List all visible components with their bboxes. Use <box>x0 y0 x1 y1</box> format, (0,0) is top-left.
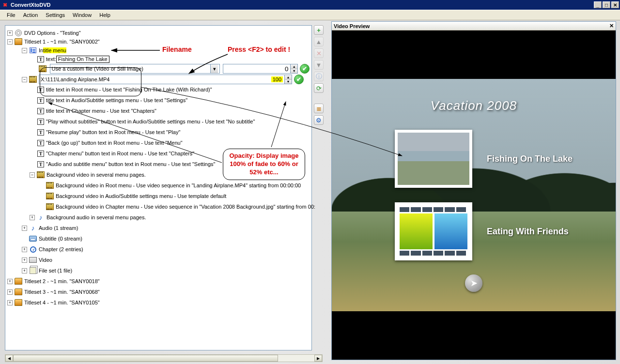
tree-text-line[interactable]: Ttitle text in Chapter menu - Use text "… <box>7 106 310 115</box>
node-titleset-4[interactable]: + Titleset 4 - ~1 min. "SANY0105" <box>7 298 310 307</box>
file-path-field[interactable]: X:\111\Landing Airplane.MP4 100 <box>39 75 285 84</box>
info-button[interactable]: ⓘ <box>314 72 324 81</box>
dvd-icon <box>15 29 22 37</box>
expand-icon[interactable]: + <box>22 268 27 273</box>
opacity-value: 100 <box>271 76 283 82</box>
collapse-icon[interactable]: − <box>22 77 27 82</box>
text-icon: T <box>37 108 44 114</box>
expand-icon[interactable]: + <box>22 226 27 231</box>
expand-icon[interactable]: + <box>7 279 13 284</box>
tree-bg-line[interactable]: Background video in Root menu - Use vide… <box>7 181 310 190</box>
menu-item-2-label: Eating With Friends <box>487 227 569 237</box>
opacity-spinner[interactable]: ▲▼ <box>285 75 292 84</box>
horizontal-scrollbar[interactable]: ◀ ▶ <box>5 354 323 362</box>
preview-body: Vacation 2008 Fishing On The Lake Eating… <box>332 30 616 360</box>
node-subtitle[interactable]: Subtitle (0 stream) <box>7 234 310 243</box>
background-source-row: Use a custom file (Video or Still image)… <box>7 64 310 74</box>
minimize-button[interactable]: _ <box>594 1 602 8</box>
organize-button[interactable]: ≣ <box>314 104 324 113</box>
titleset-icon <box>15 288 22 296</box>
tree-bg-line[interactable]: Background video in Audio/Subtitle setti… <box>7 192 310 200</box>
files-icon <box>29 267 37 274</box>
menu-window[interactable]: Window <box>69 11 95 19</box>
node-in-title-menu[interactable]: − In title menu <box>7 46 310 55</box>
subtitle-icon <box>29 235 37 243</box>
file-path-value: X:\111\Landing Airplane.MP4 <box>41 76 271 82</box>
node-titleset-2[interactable]: + Titleset 2 - ~1 min. "SANY0018" <box>7 277 310 286</box>
close-icon[interactable]: ✕ <box>609 23 614 29</box>
film-icon <box>46 182 54 189</box>
menu-thumbnail-2[interactable] <box>395 202 472 260</box>
expand-icon[interactable]: + <box>7 30 13 36</box>
expand-icon[interactable]: + <box>22 247 27 252</box>
move-up-button[interactable]: ▲ <box>314 37 324 46</box>
tree-text-line[interactable]: T"Back (go up)" button text in Root menu… <box>7 138 310 147</box>
preview-panel: Video Preview ✕ Vacation 2008 Fishing On… <box>331 21 616 360</box>
scroll-left-button[interactable]: ◀ <box>5 355 13 362</box>
confirm-button[interactable]: ✔ <box>294 75 304 84</box>
node-text-field[interactable]: T text: Fishing On The Lake <box>7 55 310 63</box>
node-video[interactable]: + Video <box>7 256 310 264</box>
preview-header: Video Preview ✕ <box>332 22 616 30</box>
scroll-right-button[interactable]: ▶ <box>314 355 322 362</box>
node-titleset-3[interactable]: + Titleset 3 - ~1 min. "SANY0068" <box>7 288 310 296</box>
title-text-input[interactable]: Fishing On The Lake <box>56 56 109 63</box>
tree-text-line[interactable]: T"Resume play" button text in Root menu … <box>7 128 310 136</box>
collapse-icon[interactable]: − <box>7 39 13 45</box>
menu-action[interactable]: Action <box>19 11 42 19</box>
side-toolbar: + ▲ ✕ ▼ ⓘ ⟳ ≣ ⚙ <box>314 25 325 127</box>
text-icon: T <box>37 87 44 93</box>
chevron-down-icon[interactable]: ▾ <box>210 64 218 73</box>
text-icon: T <box>37 97 44 104</box>
music-note-icon: ♪ <box>37 213 45 221</box>
node-chapter[interactable]: + Chapter (2 entries) <box>7 245 310 254</box>
tree-bg-line[interactable]: Background video in Chapter menu - Use v… <box>7 202 310 211</box>
menu-thumbnail-1[interactable] <box>395 130 472 188</box>
collapse-icon[interactable]: − <box>30 172 35 178</box>
refresh-button[interactable]: ⟳ <box>314 83 324 93</box>
file-path-row: − X:\111\Landing Airplane.MP4 100 ▲▼ ✔ <box>7 75 310 84</box>
node-titleset-1[interactable]: − Titleset 1 - ~1 min. "SANY0002" <box>7 37 310 46</box>
scroll-thumb[interactable] <box>13 355 278 362</box>
app-icon: ✖ <box>1 1 9 9</box>
tree-text-line[interactable]: T"Play without subtitles" button text in… <box>7 117 310 126</box>
node-bg-audio[interactable]: + ♪ Background audio in several menu pag… <box>7 213 310 222</box>
expand-icon[interactable]: + <box>30 215 35 220</box>
add-button[interactable]: + <box>314 25 324 35</box>
music-note-icon: ♪ <box>29 224 37 232</box>
expand-icon[interactable]: + <box>22 258 27 263</box>
offset-spinner[interactable]: ▲▼ <box>291 64 298 74</box>
tree-text-line[interactable]: Ttitle text in Root menu - Use text "Fis… <box>7 85 310 94</box>
text-label: text: <box>46 56 56 62</box>
menu-preview: Vacation 2008 Fishing On The Lake Eating… <box>332 79 616 311</box>
collapse-icon[interactable]: − <box>22 48 27 53</box>
close-button[interactable]: ✕ <box>611 1 619 8</box>
text-icon: T <box>37 161 44 167</box>
confirm-button[interactable]: ✔ <box>300 64 310 74</box>
text-icon: T <box>37 119 44 125</box>
move-down-button[interactable]: ▼ <box>314 60 324 70</box>
node-audio[interactable]: + ♪ Audio (1 stream) <box>7 224 310 232</box>
offset-field[interactable] <box>223 64 291 74</box>
annotation-opacity-callout: Opacity: Display image 100% of fade to 6… <box>223 149 305 180</box>
tree-text-line[interactable]: Ttitle text in Audio/Subtitle settings m… <box>7 96 310 105</box>
menu-file[interactable]: File <box>3 11 19 19</box>
node-dvd-options[interactable]: + DVD Options - "Testing" <box>7 29 310 37</box>
text-icon: T <box>37 129 44 136</box>
nav-next-button[interactable]: ➤ <box>465 274 482 292</box>
remove-button[interactable]: ✕ <box>314 48 324 58</box>
clock-icon <box>29 245 37 253</box>
menu-help[interactable]: Help <box>95 11 114 19</box>
maximize-button[interactable]: □ <box>603 1 610 8</box>
menu-settings[interactable]: Settings <box>42 11 69 19</box>
source-combobox[interactable]: Use a custom file (Video or Still image)… <box>50 64 220 74</box>
expand-icon[interactable]: + <box>7 289 13 295</box>
text-icon: T <box>37 56 44 62</box>
settings-button[interactable]: ⚙ <box>314 115 324 125</box>
film-icon <box>46 203 54 211</box>
film-icon <box>29 76 37 83</box>
window-titlebar: ✖ ConvertXtoDVD _ □ ✕ <box>0 0 620 10</box>
menu-item-1-label: Fishing On The Lake <box>487 154 573 164</box>
expand-icon[interactable]: + <box>7 300 13 305</box>
node-fileset[interactable]: + File set (1 file) <box>7 266 310 275</box>
